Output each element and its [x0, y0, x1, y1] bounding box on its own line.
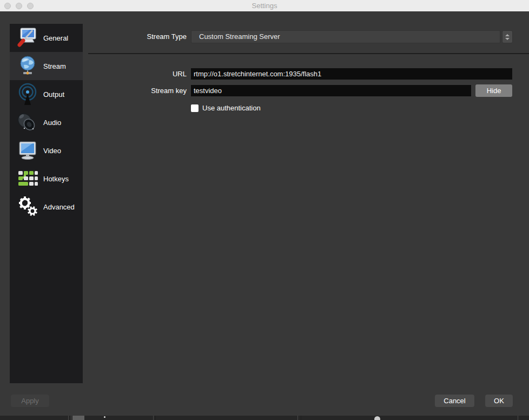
- stream-type-spinner[interactable]: [502, 30, 513, 43]
- stream-type-value: Custom Streaming Server: [199, 32, 280, 41]
- divider: [155, 416, 156, 420]
- background-window-fragment: [72, 416, 84, 420]
- stream-key-input[interactable]: [191, 85, 471, 96]
- sidebar-item-video[interactable]: Video: [10, 136, 83, 165]
- divider: [153, 416, 154, 420]
- sidebar-item-label: Advanced: [43, 203, 75, 211]
- stream-icon: [16, 55, 39, 77]
- url-label: URL: [87, 68, 187, 80]
- settings-sidebar: General Stream: [10, 24, 83, 383]
- window-title: Settings: [0, 0, 529, 11]
- chevron-down-icon: [505, 38, 510, 40]
- advanced-icon: [16, 195, 39, 218]
- url-input[interactable]: [191, 68, 512, 80]
- sidebar-item-advanced[interactable]: Advanced: [10, 193, 83, 221]
- section-divider: [88, 53, 529, 54]
- video-icon: [16, 139, 39, 162]
- sidebar-item-label: Output: [43, 90, 64, 99]
- sidebar-item-label: Audio: [43, 119, 61, 127]
- divider: [68, 416, 69, 420]
- general-icon: [16, 27, 39, 49]
- use-authentication-checkbox[interactable]: [191, 104, 199, 112]
- use-authentication-label: Use authentication: [202, 104, 261, 113]
- sidebar-item-label: Hotkeys: [43, 175, 69, 183]
- chevron-up-icon: [505, 34, 510, 36]
- stream-type-select[interactable]: Custom Streaming Server: [191, 30, 500, 43]
- audio-icon: [16, 111, 39, 134]
- apply-button[interactable]: Apply: [11, 395, 49, 407]
- titlebar: Settings: [0, 0, 529, 11]
- divider: [301, 416, 301, 420]
- hotkeys-icon: [16, 167, 39, 190]
- sidebar-item-output[interactable]: Output: [10, 80, 83, 108]
- sidebar-item-hotkeys[interactable]: Hotkeys: [10, 165, 83, 193]
- hide-key-button[interactable]: Hide: [475, 84, 512, 97]
- divider: [71, 416, 71, 420]
- stream-type-label: Stream Type: [87, 30, 187, 43]
- sidebar-item-general[interactable]: General: [10, 24, 83, 52]
- background-slider-knob: [374, 416, 380, 420]
- ok-button[interactable]: OK: [485, 395, 513, 407]
- divider: [297, 416, 298, 420]
- sidebar-item-label: General: [43, 34, 68, 42]
- stream-key-label: Stream key: [87, 85, 187, 96]
- cancel-button[interactable]: Cancel: [435, 395, 474, 407]
- settings-window: Settings General: [0, 0, 529, 420]
- output-icon: [16, 83, 39, 106]
- sidebar-item-label: Stream: [43, 62, 66, 70]
- background-window-edge: [0, 416, 529, 420]
- background-window-dot: [104, 416, 105, 418]
- sidebar-item-audio[interactable]: Audio: [10, 108, 83, 136]
- sidebar-item-stream[interactable]: Stream: [10, 52, 83, 80]
- sidebar-item-label: Video: [43, 147, 61, 155]
- divider: [518, 416, 518, 420]
